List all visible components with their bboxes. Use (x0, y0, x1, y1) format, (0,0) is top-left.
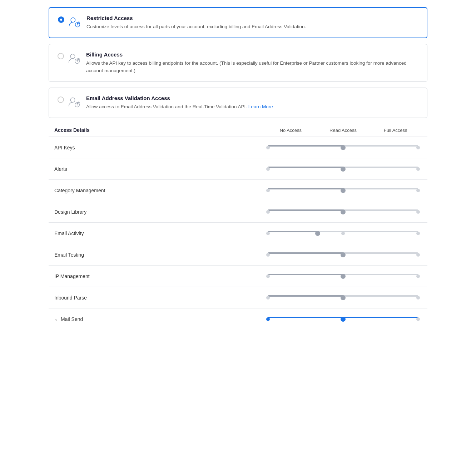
billing-card-desc: Allows the API key to access billing end… (86, 60, 418, 74)
billing-icon (68, 52, 80, 65)
row-label-email-testing: Email Testing (54, 252, 264, 258)
table-row: Inbound Parse (49, 287, 427, 308)
row-label-alerts: Alerts (54, 166, 264, 172)
row-label-mail-send: ⌄ Mail Send (54, 316, 264, 322)
table-row: Email Testing (49, 244, 427, 266)
svg-point-7 (70, 54, 75, 59)
table-row: Design Library (49, 201, 427, 223)
radio-billing[interactable] (58, 53, 64, 59)
col-header-read-access: Read Access (317, 128, 370, 133)
table-row: IP Management (49, 266, 427, 287)
row-label-ip-management: IP Management (54, 273, 264, 279)
row-label-inbound-parse: Inbound Parse (54, 295, 264, 301)
email-validation-card[interactable]: Email Address Validation Access Allow ac… (49, 88, 427, 118)
table-row: Email Activity (49, 223, 427, 244)
email-validation-card-title: Email Address Validation Access (86, 95, 418, 101)
table-row: Alerts (49, 158, 427, 180)
svg-rect-3 (77, 24, 78, 25)
table-row: ⌄ Mail Send (49, 308, 427, 330)
slider-mail-send[interactable] (264, 317, 422, 322)
slider-ip-management[interactable] (264, 274, 422, 279)
slider-api-keys[interactable] (264, 145, 422, 150)
restricted-card-desc: Customize levels of access for all parts… (86, 23, 418, 30)
radio-col-restricted (58, 15, 81, 29)
row-label-api-keys: API Keys (54, 145, 264, 150)
row-label-email-activity: Email Activity (54, 231, 264, 236)
restricted-icon (68, 16, 81, 29)
table-row: API Keys (49, 137, 427, 158)
row-label-design-library: Design Library (54, 209, 264, 215)
access-cards-container: Restricted Access Customize levels of ac… (49, 7, 427, 118)
expand-chevron-icon[interactable]: ⌄ (54, 317, 58, 322)
billing-card-content: Billing Access Allows the API key to acc… (86, 51, 418, 74)
email-validation-card-desc: Allow access to Email Address Validation… (86, 103, 418, 110)
slider-alerts[interactable] (264, 167, 422, 172)
slider-design-library[interactable] (264, 209, 422, 214)
slider-category-management[interactable] (264, 188, 422, 193)
learn-more-link[interactable]: Learn More (248, 104, 273, 109)
svg-rect-17 (77, 104, 78, 105)
access-col-headers: No Access Read Access Full Access (264, 128, 422, 133)
access-rows-container: API Keys Alerts (49, 137, 427, 330)
col-header-full-access: Full Access (369, 128, 422, 133)
col-header-no-access: No Access (264, 128, 317, 133)
table-row: Category Management (49, 180, 427, 201)
restricted-card-title: Restricted Access (86, 15, 418, 21)
radio-email-validation[interactable] (58, 97, 64, 103)
radio-col-email-validation (58, 95, 80, 109)
restricted-access-card[interactable]: Restricted Access Customize levels of ac… (49, 7, 427, 38)
svg-point-14 (70, 98, 75, 102)
slider-email-testing[interactable] (264, 252, 422, 257)
slider-inbound-parse[interactable] (264, 295, 422, 300)
email-validation-card-content: Email Address Validation Access Allow ac… (86, 95, 418, 110)
restricted-card-content: Restricted Access Customize levels of ac… (86, 15, 418, 30)
slider-email-activity[interactable] (264, 231, 422, 236)
access-details-header: Access Details No Access Read Access Ful… (49, 124, 427, 137)
radio-col-billing (58, 51, 80, 65)
access-details-label: Access Details (54, 127, 264, 133)
svg-point-0 (71, 18, 75, 22)
access-details-section: Access Details No Access Read Access Ful… (49, 124, 427, 330)
billing-access-card[interactable]: Billing Access Allows the API key to acc… (49, 44, 427, 82)
row-label-category-management: Category Management (54, 188, 264, 193)
radio-restricted[interactable] (58, 16, 64, 23)
svg-rect-10 (77, 61, 78, 62)
billing-card-title: Billing Access (86, 51, 418, 58)
email-validation-icon (68, 96, 80, 109)
